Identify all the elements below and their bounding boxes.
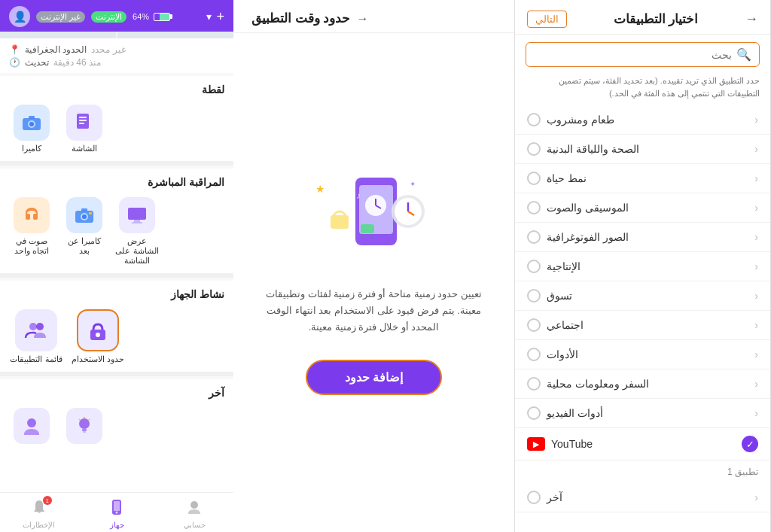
activity-item[interactable]: قائمة التطبيقات	[9, 309, 63, 364]
middle-description: تعيين حدود زمنية متاحة أو فترة زمنية لفئ…	[254, 286, 495, 336]
other-item[interactable]	[62, 408, 107, 447]
cat-label: الصحة واللياقة البدنية	[547, 143, 639, 155]
live-title: المراقبة المباشرة	[0, 169, 233, 193]
cat-label: نمط حياة	[547, 172, 587, 184]
nav-label: جهاز	[110, 521, 124, 529]
cat-chevron: ‹	[754, 114, 758, 126]
nav-item-حسابي[interactable]: حسابي	[175, 499, 213, 529]
activity-item[interactable]: حدود الاستخدام	[71, 309, 125, 364]
svg-rect-6	[361, 224, 374, 233]
nav-item-جهاز[interactable]: جهاز	[98, 499, 136, 529]
category-item[interactable]: ‹ الإنتاجية	[515, 252, 770, 281]
other-cat-label: آخر	[547, 491, 562, 503]
cat-right: الصحة واللياقة البدنية	[527, 142, 639, 156]
snapshot-item[interactable]: الشاشة	[62, 105, 107, 154]
svg-text:★: ★	[315, 183, 325, 195]
other-chevron: ‹	[754, 491, 758, 503]
other-radio[interactable]	[527, 491, 541, 504]
cat-label: اجتماعي	[547, 319, 584, 331]
phone-header-left: + ▾	[206, 9, 224, 25]
svg-point-44	[36, 323, 44, 330]
cat-radio[interactable]	[527, 260, 541, 273]
category-item[interactable]: ‹ الصور الفوتوغرافية	[515, 223, 770, 252]
cat-radio[interactable]	[527, 289, 541, 302]
time-icon: 🕐	[9, 57, 20, 68]
live-item-label: عرض الشاشة على الشاشة	[114, 236, 160, 266]
other-category-item[interactable]: ‹ آخر	[515, 483, 770, 512]
svg-point-31	[29, 122, 34, 126]
cat-radio[interactable]	[527, 113, 541, 126]
svg-rect-39	[81, 208, 87, 211]
middle-content: ♪ ★ ✦ تعيين حدود زمنية متاحة أو فترة زمن…	[233, 33, 514, 532]
svg-rect-32	[29, 116, 35, 119]
cat-chevron: ‹	[754, 260, 758, 272]
cat-label: السفر ومعلومات محلية	[547, 378, 649, 390]
svg-rect-40	[89, 212, 92, 214]
next-button[interactable]: التالي	[527, 11, 567, 28]
category-item[interactable]: ‹ اجتماعي	[515, 311, 770, 340]
nav-item-الإخطارات[interactable]: 1 الإخطارات	[20, 499, 58, 529]
cat-label: الصور الفوتوغرافية	[547, 231, 629, 243]
snapshot-item-label: الشاشة	[72, 144, 97, 154]
add-limit-button[interactable]: إضافة حدود	[306, 360, 442, 395]
svg-rect-54	[114, 501, 120, 511]
youtube-check: ✓	[742, 436, 758, 452]
category-item[interactable]: ‹ نمط حياة	[515, 164, 770, 193]
other-item[interactable]	[9, 408, 54, 447]
category-item[interactable]: ‹ الموسيقى والصوت	[515, 193, 770, 223]
category-list: ‹ طعام ومشروب ‹ الصحة واللياقة البدنية ‹…	[515, 105, 770, 532]
nav-label: حسابي	[184, 521, 206, 529]
cat-radio[interactable]	[527, 318, 541, 332]
live-icon-box	[119, 197, 155, 233]
cat-radio[interactable]	[527, 406, 541, 420]
category-item[interactable]: ‹ تسوق	[515, 281, 770, 311]
battery-info: 64%	[133, 12, 170, 21]
cat-radio[interactable]	[527, 201, 541, 214]
cat-radio[interactable]	[527, 348, 541, 361]
location-icon: 📍	[9, 44, 20, 55]
left-panel: → اختيار التطبيقات التالي 🔍 حدد التطبيق …	[515, 0, 771, 532]
svg-point-52	[190, 501, 198, 509]
cat-radio[interactable]	[527, 377, 541, 391]
svg-rect-47	[83, 431, 86, 433]
category-item[interactable]: ‹ طعام ومشروب	[515, 105, 770, 135]
search-input[interactable]	[534, 49, 732, 61]
youtube-row[interactable]: ✓ YouTube ▶	[515, 428, 770, 461]
middle-panel-header: → حدود وقت التطبيق	[233, 0, 514, 33]
cat-chevron: ‹	[754, 407, 758, 419]
svg-line-50	[89, 419, 90, 421]
nav-label: الإخطارات	[23, 521, 55, 529]
cat-chevron: ‹	[754, 319, 758, 331]
cat-chevron: ‹	[754, 143, 758, 155]
nav-icon	[108, 499, 125, 519]
svg-point-38	[82, 214, 87, 219]
live-item[interactable]: صوت في اتجاه واحد	[9, 197, 54, 266]
cat-right: اجتماعي	[527, 318, 584, 332]
activity-item-label: حدود الاستخدام	[72, 354, 124, 364]
svg-text:♪: ♪	[356, 190, 361, 201]
category-item[interactable]: ‹ أدوات الفيديو	[515, 399, 770, 428]
cat-right: الإنتاجية	[527, 260, 581, 273]
live-item[interactable]: عرض الشاشة على الشاشة	[114, 197, 160, 266]
cat-radio[interactable]	[527, 172, 541, 185]
cat-radio[interactable]	[527, 230, 541, 244]
middle-panel-title: حدود وقت التطبيق	[251, 11, 350, 26]
internet-status: الإنترنت	[91, 11, 126, 23]
middle-arrow: →	[356, 12, 368, 26]
plus-icon[interactable]: +	[216, 9, 224, 25]
youtube-label: YouTube	[551, 438, 593, 450]
activity-icon-box	[15, 309, 57, 351]
category-item[interactable]: ‹ الأدوات	[515, 340, 770, 369]
cat-chevron: ‹	[754, 231, 758, 243]
category-item[interactable]: ‹ الصحة واللياقة البدنية	[515, 135, 770, 164]
location-info: غير محدد الحدود الجغرافية 📍 منذ 46 دقيقة…	[0, 38, 233, 73]
cat-right: الأدوات	[527, 348, 578, 361]
svg-rect-28	[79, 123, 84, 124]
category-item[interactable]: ‹ السفر ومعلومات محلية	[515, 369, 770, 399]
live-item[interactable]: كاميرا عن بعد	[62, 197, 107, 266]
offline-status: غير الإنترنت	[36, 11, 85, 23]
cat-radio[interactable]	[527, 142, 541, 156]
geo-label: الحدود الجغرافية	[25, 44, 87, 55]
snapshot-item[interactable]: كاميرا	[9, 105, 54, 154]
dropdown-icon[interactable]: ▾	[206, 11, 212, 23]
